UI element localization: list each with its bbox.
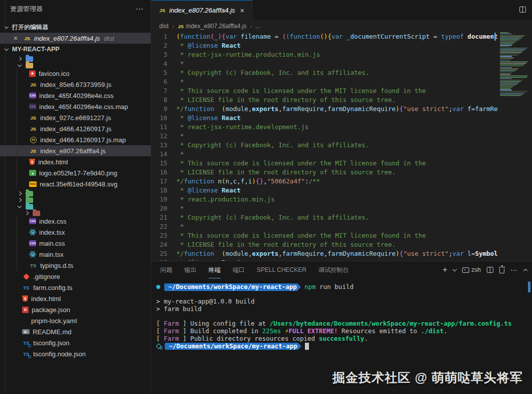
editor-tab-active[interactable]: JS index_e807.26afffa4.js × [151, 0, 253, 20]
tree-item-label: index.tsx [39, 229, 65, 236]
tree-file-farm.config.ts[interactable]: TSfarm.config.ts [0, 282, 151, 293]
code-line-15[interactable]: 15 * This source code is licensed under … [151, 159, 532, 168]
code-line-16[interactable]: 16 * LICENSE file in the root directory … [151, 168, 532, 177]
tree-file-index465f.40296e4e.css[interactable]: CSSindex_465f.40296e4e.css [0, 90, 151, 101]
code-line-23[interactable]: 23 * This source code is licensed under … [151, 231, 532, 240]
tree-file-typings.d.ts[interactable]: TStypings.d.ts [0, 260, 151, 271]
tab-close-icon[interactable]: × [240, 6, 245, 15]
code-line-12[interactable]: 12 * [151, 132, 532, 141]
code-line-20[interactable]: 20 * [151, 204, 532, 213]
tree-file-tsconfig.node.json[interactable]: TStsconfig.node.json [0, 348, 151, 359]
chevron-down-icon [18, 62, 22, 66]
tree-file-index.tsx[interactable]: index.tsx [0, 227, 151, 238]
tree-file-README.md[interactable]: M↓README.md [0, 326, 151, 337]
terminal-line: > my-react-app@1.0.0 build [156, 298, 525, 306]
close-icon[interactable]: × [12, 34, 19, 42]
tree-file-index85e6.67373959.js[interactable]: JSindex_85e6.67373959.js [0, 79, 151, 90]
code-line-1[interactable]: 1(function(_){var filename = ((function(… [151, 32, 532, 41]
tree-file-indexd466.41260917.js[interactable]: JSindex_d466.41260917.js [0, 123, 151, 134]
split-editor-icon[interactable] [519, 7, 526, 13]
terminal-dropdown-icon[interactable] [453, 268, 456, 272]
code-line-22[interactable]: 22 * [151, 222, 532, 231]
line-number: 23 [151, 231, 176, 240]
tree-item-label: tsconfig.node.json [33, 350, 86, 358]
tree-folder-assets[interactable]: assets [0, 210, 22, 216]
code-line-8[interactable]: 8 * LICENSE file in the root directory o… [151, 95, 532, 105]
breadcrumb-item[interactable]: JSindex_e807.26afffa4.js [177, 23, 246, 30]
panel-tab-item[interactable]: 输出 [184, 261, 196, 278]
code-line-19[interactable]: 19 * react.production.min.js [151, 195, 532, 204]
maximize-panel-icon[interactable] [524, 268, 527, 272]
tree-file-indexd466.41260917.js.map[interactable]: JSindex_d466.41260917.js.map [0, 134, 151, 145]
tree-folder-dist[interactable]: dist [0, 62, 15, 68]
tree-file-index.html[interactable]: 5index.html [0, 293, 151, 304]
open-editors-section-header[interactable]: 打开的编辑器 [0, 22, 151, 33]
shell-entry[interactable]: >_ zsh [462, 266, 481, 273]
more-actions-icon[interactable]: ⋯ [510, 266, 518, 274]
tree-file-index.html[interactable]: 5index.html [0, 156, 151, 167]
breadcrumb-label: ... [255, 23, 260, 30]
tree-file-tsconfig.json[interactable]: TStsconfig.json [0, 337, 151, 348]
tree-file-main.tsx[interactable]: main.tsx [0, 249, 151, 260]
terminal-line: [ Farm ] Using config file at /Users/byt… [156, 320, 525, 328]
tree-item-label: index.css [39, 218, 66, 225]
tree-file-pnpm-lock.yaml[interactable]: pnpm-lock.yaml [0, 315, 151, 326]
workspace-label: MY-REACT-APP [12, 46, 59, 53]
tree-file-main.css[interactable]: CSSmain.css [0, 238, 151, 249]
terminal-line: ~/Documents/workSpace/my-react-appnpm ru… [156, 283, 525, 291]
code-line-13[interactable]: 13 * Copyright (c) Facebook, Inc. and it… [151, 141, 532, 150]
tree-file-favicon.ico[interactable]: ★favicon.ico [0, 68, 151, 79]
tree-file-index465f.40296e4e.css.map[interactable]: CSSindex_465f.40296e4e.css.map [0, 101, 151, 112]
code-editor[interactable]: 1(function(_){var filename = ((function(… [151, 32, 532, 261]
tree-item-label: index.html [38, 158, 68, 166]
panel-tab-item[interactable]: 端口 [233, 261, 245, 278]
breadcrumb-separator: › [172, 23, 174, 29]
tree-item-label: README.md [33, 328, 71, 336]
split-terminal-icon[interactable] [487, 267, 493, 273]
line-number: 9 [151, 105, 176, 114]
code-line-9[interactable]: 9*/function (module,exports,farmRequire,… [151, 105, 532, 114]
code-line-6[interactable]: 6 * [151, 77, 532, 86]
tree-file-react.35ef61ed-f49548.svg[interactable]: SVGreact.35ef61ed-f49548.svg [0, 178, 151, 189]
code-line-25[interactable]: 25*/function (module,exports,farmRequire… [151, 249, 532, 258]
tree-item-label: tsconfig.json [33, 339, 69, 347]
code-line-24[interactable]: 24 * LICENSE file in the root directory … [151, 240, 532, 249]
breadcrumb-item[interactable]: dist [159, 23, 169, 30]
code-line-11[interactable]: 11 * react-jsx-runtime.development.js [151, 123, 532, 132]
tree-folder-src[interactable]: src [0, 204, 15, 209]
explorer-more-icon[interactable]: ⋯ [136, 5, 144, 14]
tree-file-package.json[interactable]: npackage.json [0, 304, 151, 315]
new-terminal-icon[interactable]: + [443, 266, 447, 274]
kill-terminal-icon[interactable] [499, 267, 504, 273]
panel-tab-item[interactable]: 调试控制台 [318, 261, 349, 278]
code-line-3[interactable]: 3 * react-jsx-runtime.production.min.js [151, 50, 532, 59]
code-line-2[interactable]: 2 * @license React [151, 41, 532, 50]
code-line-14[interactable]: 14 * [151, 150, 532, 159]
open-editor-item[interactable]: × JS index_e807.26afffa4.js dist [0, 33, 151, 44]
tree-file-indexe807.26afffa4.js[interactable]: JSindex_e807.26afffa4.js [0, 145, 151, 156]
panel-tab-item[interactable]: 问题 [160, 261, 172, 278]
code-line-18[interactable]: 18 * @license React [151, 186, 532, 195]
breadcrumb-separator: › [250, 23, 252, 29]
code-line-17[interactable]: 17*/function n(n,c,f,i){},"50662a4f":/** [151, 177, 532, 186]
tree-file-index927c.e6691227.js[interactable]: JSindex_927c.e6691227.js [0, 112, 151, 123]
code-line-4[interactable]: 4 * [151, 59, 532, 68]
terminal-scrollbar[interactable] [528, 281, 530, 292]
code-line-5[interactable]: 5 * Copyright (c) Facebook, Inc. and its… [151, 68, 532, 77]
code-line-21[interactable]: 21 * Copyright (c) Facebook, Inc. and it… [151, 213, 532, 222]
minimap[interactable] [500, 32, 529, 100]
terminal-line: > farm build [156, 306, 525, 313]
breadcrumb-item[interactable]: ... [255, 23, 260, 30]
tree-file-.gitignore[interactable]: .gitignore [0, 271, 151, 282]
code-line-10[interactable]: 10 * @license React [151, 114, 532, 123]
panel-tab-item[interactable]: SPELL CHECKER [257, 261, 306, 278]
tab-title: index_e807.26afffa4.js [169, 7, 235, 14]
workspace-section-header[interactable]: MY-REACT-APP [0, 44, 151, 55]
tree-file-index.css[interactable]: CSSindex.css [0, 216, 151, 227]
svg-icon: SVG [29, 181, 37, 187]
line-number: 19 [151, 195, 176, 204]
code-line-7[interactable]: 7 * This source code is licensed under t… [151, 86, 532, 95]
panel-tab-active[interactable]: 终端 [208, 261, 221, 278]
line-number: 11 [151, 123, 176, 132]
tree-file-logo.e052fe17-7e9d40.png[interactable]: ▲logo.e052fe17-7e9d40.png [0, 167, 151, 178]
